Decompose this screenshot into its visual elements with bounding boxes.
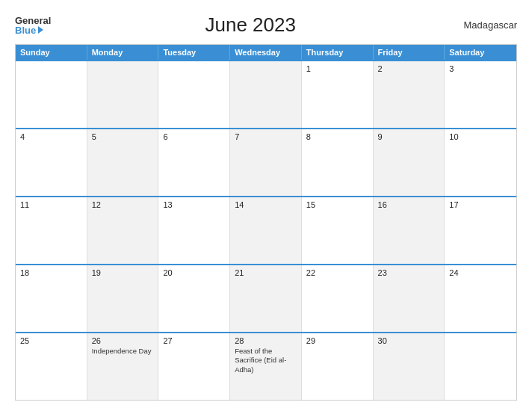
calendar-cell: 20: [158, 265, 230, 332]
calendar-page: General Blue June 2023 Madagascar Sunday…: [0, 0, 532, 411]
header-sunday: Sunday: [16, 45, 87, 60]
calendar-cell: 11: [16, 197, 87, 264]
calendar-cell: 26Independence Day: [87, 333, 159, 400]
event-label: Feast of the Sacrifice (Eid al-Adha): [235, 347, 297, 374]
calendar-cell: 30: [374, 333, 445, 400]
calendar-week-1: 45678910: [16, 128, 516, 196]
day-number: 23: [378, 268, 440, 277]
day-number: 11: [20, 200, 82, 209]
calendar-grid: Sunday Monday Tuesday Wednesday Thursday…: [15, 44, 517, 401]
calendar-week-3: 18192021222324: [16, 264, 516, 332]
day-number: 29: [306, 336, 368, 345]
calendar-cell: 3: [445, 61, 516, 128]
calendar-cell: 10: [445, 129, 516, 196]
day-number: 6: [163, 132, 225, 141]
calendar-cell: 5: [87, 129, 159, 196]
calendar-header: Sunday Monday Tuesday Wednesday Thursday…: [16, 45, 516, 60]
event-label: Independence Day: [92, 347, 154, 356]
header-thursday: Thursday: [302, 45, 374, 60]
day-number: 4: [20, 132, 82, 141]
header-saturday: Saturday: [445, 45, 516, 60]
day-number: 21: [235, 268, 297, 277]
day-number: 30: [378, 336, 440, 345]
region-label: Madagascar: [450, 19, 517, 31]
day-number: 19: [92, 268, 154, 277]
logo-triangle-icon: [38, 26, 43, 34]
day-number: 7: [235, 132, 297, 141]
logo-blue-text: Blue: [15, 25, 51, 35]
calendar-cell: 16: [374, 197, 445, 264]
day-number: 3: [449, 64, 512, 73]
calendar-cell: 13: [158, 197, 230, 264]
day-number: 5: [92, 132, 154, 141]
day-number: 26: [92, 336, 154, 345]
calendar-title: June 2023: [51, 13, 450, 37]
header-monday: Monday: [87, 45, 159, 60]
calendar-week-4: 2526Independence Day2728Feast of the Sac…: [16, 332, 516, 400]
calendar-cell: 17: [445, 197, 516, 264]
calendar-cell: 25: [16, 333, 87, 400]
calendar-cell: 6: [158, 129, 230, 196]
header-friday: Friday: [374, 45, 445, 60]
calendar-cell: 15: [302, 197, 374, 264]
calendar-cell: 4: [16, 129, 87, 196]
day-number: 17: [449, 200, 512, 209]
day-number: 1: [306, 64, 368, 73]
day-number: 27: [163, 336, 225, 345]
day-number: 15: [306, 200, 368, 209]
calendar-cell: 24: [445, 265, 516, 332]
day-number: 10: [449, 132, 512, 141]
day-number: 18: [20, 268, 82, 277]
day-number: 9: [378, 132, 440, 141]
day-number: 24: [449, 268, 512, 277]
day-number: 12: [92, 200, 154, 209]
calendar-cell: [230, 61, 302, 128]
day-number: 14: [235, 200, 297, 209]
calendar-cell: 27: [158, 333, 230, 400]
calendar-body: 1234567891011121314151617181920212223242…: [16, 60, 516, 400]
calendar-cell: 22: [302, 265, 374, 332]
day-number: 28: [235, 336, 297, 345]
calendar-cell: 14: [230, 197, 302, 264]
calendar-cell: [445, 333, 516, 400]
calendar-cell: 9: [374, 129, 445, 196]
calendar-week-0: 123: [16, 60, 516, 128]
day-number: 20: [163, 268, 225, 277]
header-tuesday: Tuesday: [158, 45, 230, 60]
logo-general-text: General: [15, 16, 51, 25]
header: General Blue June 2023 Madagascar: [15, 13, 517, 37]
calendar-cell: 2: [374, 61, 445, 128]
calendar-cell: 29: [302, 333, 374, 400]
day-number: 2: [378, 64, 440, 73]
calendar-cell: [158, 61, 230, 128]
day-number: 25: [20, 336, 82, 345]
calendar-cell: [87, 61, 159, 128]
calendar-cell: 19: [87, 265, 159, 332]
day-number: 8: [306, 132, 368, 141]
calendar-cell: 28Feast of the Sacrifice (Eid al-Adha): [230, 333, 302, 400]
day-number: 13: [163, 200, 225, 209]
day-number: 16: [378, 200, 440, 209]
calendar-cell: 21: [230, 265, 302, 332]
calendar-cell: 7: [230, 129, 302, 196]
header-wednesday: Wednesday: [230, 45, 302, 60]
calendar-cell: 23: [374, 265, 445, 332]
calendar-cell: 1: [302, 61, 374, 128]
day-number: 22: [306, 268, 368, 277]
logo: General Blue: [15, 16, 51, 35]
calendar-cell: 8: [302, 129, 374, 196]
calendar-cell: 12: [87, 197, 159, 264]
calendar-week-2: 11121314151617: [16, 196, 516, 264]
calendar-cell: 18: [16, 265, 87, 332]
calendar-cell: [16, 61, 87, 128]
